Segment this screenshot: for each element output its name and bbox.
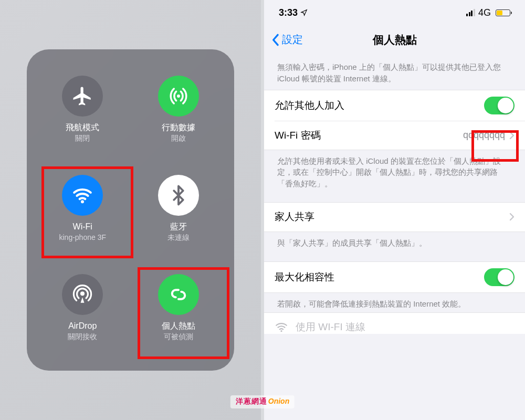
chevron-left-icon [272, 34, 280, 46]
family-sharing-label: 家人共享 [275, 210, 314, 224]
svg-point-2 [80, 291, 85, 296]
wifi-icon [275, 320, 288, 334]
status-time: 3:33 [279, 7, 298, 18]
family-group: 家人共享 [264, 202, 525, 232]
max-compat-label: 最大化相容性 [275, 270, 334, 284]
status-network: 4G [478, 7, 491, 18]
airdrop-icon [62, 274, 103, 315]
allow-others-toggle[interactable] [484, 97, 514, 114]
watermark-cn: 洋蔥網通 [236, 397, 267, 406]
airdrop-status: 關閉接收 [68, 332, 97, 342]
wifi-icon [62, 175, 103, 216]
location-icon [300, 9, 308, 16]
hotspot-label: 個人熱點 [162, 321, 195, 331]
wifi-label: Wi-Fi [73, 222, 92, 232]
airplane-label: 飛航模式 [66, 122, 99, 133]
back-button[interactable]: 設定 [272, 33, 303, 47]
cellular-status: 開啟 [171, 134, 186, 143]
family-sharing-row[interactable]: 家人共享 [264, 203, 525, 232]
cellular-toggle[interactable]: 行動數據 開啟 [139, 76, 219, 143]
family-footer: 與「家人共享」的成員共享「個人熱點」。 [264, 232, 525, 261]
chevron-right-icon [509, 213, 514, 221]
bluetooth-toggle[interactable]: 藍牙 未連線 [139, 175, 219, 243]
navigation-bar: 設定 個人熱點 [264, 25, 525, 54]
cellular-icon [158, 76, 199, 117]
compat-footer: 若開啟，可能會降低連接到熱點裝置的 Internet 效能。 [264, 293, 525, 313]
max-compat-toggle[interactable] [484, 268, 514, 286]
allow-others-row[interactable]: 允許其他人加入 [264, 90, 525, 121]
airdrop-label: AirDrop [68, 321, 97, 331]
personal-hotspot-toggle[interactable]: 個人熱點 可被偵測 [139, 274, 219, 342]
back-label: 設定 [282, 33, 303, 47]
wifi-status: king-phone 3F [59, 233, 106, 242]
section-footer: 允許其他使用者或未登入 iCloud 的裝置在您位於「個人熱點」設定，或在「控制… [264, 150, 525, 202]
wifi-connect-row: 使用 WI-FI 連線 [264, 313, 525, 334]
compat-group: 最大化相容性 [264, 261, 525, 293]
cellular-label: 行動數據 [162, 122, 195, 133]
control-center-panel: 飛航模式 關閉 行動數據 開啟 Wi-Fi king-phone 3F [0, 0, 261, 420]
airplane-icon [62, 76, 103, 117]
svg-point-3 [280, 330, 282, 332]
status-bar: 3:33 4G [264, 0, 525, 25]
hotspot-group: 允許其他人加入 Wi-Fi 密碼 qqqqqqqq [264, 90, 525, 150]
hotspot-icon [158, 274, 199, 315]
signal-icon [466, 9, 475, 16]
wifi-connect-label: 使用 WI-FI 連線 [296, 320, 365, 334]
svg-point-1 [81, 200, 84, 203]
airplane-status: 關閉 [75, 134, 90, 143]
allow-others-label: 允許其他人加入 [275, 99, 344, 112]
bluetooth-label: 藍牙 [170, 222, 187, 232]
battery-icon [496, 9, 510, 16]
wifi-password-label: Wi-Fi 密碼 [275, 129, 321, 142]
max-compat-row[interactable]: 最大化相容性 [264, 262, 525, 292]
bluetooth-icon [158, 175, 199, 216]
section-description: 無須輸入密碼，iPhone 上的「個人熱點」可以提供其他已登入您 iCloud … [264, 54, 525, 90]
watermark: 洋蔥網通 Onion [230, 395, 295, 408]
airplane-mode-toggle[interactable]: 飛航模式 關閉 [43, 76, 123, 143]
connect-group: 使用 WI-FI 連線 [264, 312, 525, 334]
connectivity-card: 飛航模式 關閉 行動數據 開啟 Wi-Fi king-phone 3F [27, 49, 234, 371]
hotspot-status: 可被偵測 [164, 332, 193, 342]
settings-panel: 3:33 4G 設定 個人熱點 無須輸入密碼，iPhone 上的「個人熱點」可以… [264, 0, 525, 420]
svg-point-0 [177, 94, 180, 98]
wifi-toggle[interactable]: Wi-Fi king-phone 3F [43, 175, 123, 243]
wifi-password-row[interactable]: Wi-Fi 密碼 qqqqqqqq [275, 121, 525, 150]
watermark-en: Onion [268, 397, 289, 405]
page-title: 個人熱點 [264, 33, 525, 47]
wifi-password-value: qqqqqqqq [463, 130, 505, 141]
airdrop-toggle[interactable]: AirDrop 關閉接收 [43, 274, 123, 342]
bluetooth-status: 未連線 [167, 233, 190, 243]
chevron-right-icon [509, 131, 514, 140]
